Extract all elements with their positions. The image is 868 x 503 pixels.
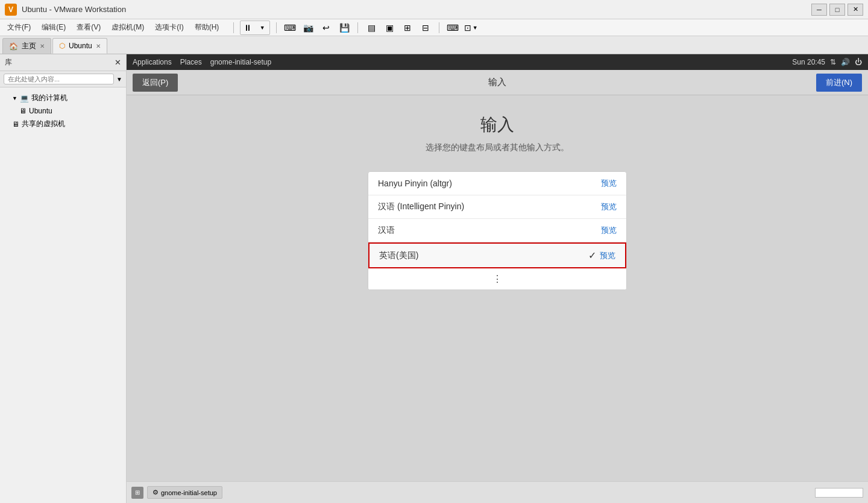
view-dropdown[interactable]: ⊡▼ — [464, 21, 478, 34]
menu-help[interactable]: 帮助(H) — [190, 21, 224, 34]
menu-vm[interactable]: 虚拟机(M) — [107, 21, 149, 34]
list-item-intelligent-pinyin[interactable]: 汉语 (Intelligent Pinyin) 预览 — [368, 195, 626, 219]
tab-ubuntu-label: Ubuntu — [69, 42, 92, 50]
ubuntu-tab-icon: ⬡ — [59, 42, 65, 50]
app-icon: V — [5, 4, 17, 16]
my-computer-label: 我的计算机 — [31, 93, 68, 103]
sidebar-tree: ▼ 💻 我的计算机 🖥 Ubuntu 🖥 共享的虚拟机 — [0, 87, 126, 503]
vm-display-area: Applications Places gnome-initial-setup … — [127, 54, 868, 503]
menu-bar: 文件(F) 编辑(E) 查看(V) 虚拟机(M) 选项卡(I) 帮助(H) ⏸ … — [0, 19, 868, 36]
show-desktop-icon[interactable]: ⊞ — [131, 487, 143, 499]
sidebar-item-ubuntu[interactable]: 🖥 Ubuntu — [0, 105, 126, 117]
taskbar-app-gnome-setup[interactable]: ⚙ gnome-initial-setup — [147, 486, 222, 499]
menu-edit[interactable]: 编辑(E) — [37, 21, 71, 34]
window-title: Ubuntu - VMware Workstation — [22, 5, 126, 14]
taskbar-right-area — [815, 488, 863, 498]
expand-icon: ▼ — [12, 95, 17, 101]
gnome-setup-label: gnome-initial-setup — [161, 489, 217, 496]
more-dots-icon: ⋮ — [492, 274, 502, 284]
input-method-list: Hanyu Pinyin (altgr) 预览 汉语 (Intelligent … — [368, 171, 627, 290]
vm-icon: 🖥 — [19, 107, 27, 115]
sidebar-title: 库 — [5, 57, 12, 68]
pause-button[interactable]: ⏸ — [241, 21, 255, 34]
sidebar-item-my-computer[interactable]: ▼ 💻 我的计算机 — [0, 91, 126, 105]
list-item-hanyu-pinyin-preview[interactable]: 预览 — [601, 178, 617, 189]
ubuntu-label: Ubuntu — [29, 107, 52, 115]
suspend-button[interactable]: 💾 — [337, 21, 351, 34]
title-bar: V Ubuntu - VMware Workstation ─ □ ✕ — [0, 0, 868, 19]
console-button[interactable]: ⌨ — [445, 21, 460, 34]
close-button[interactable]: ✕ — [848, 4, 863, 16]
tab-home[interactable]: 🏠 主页 ✕ — [2, 38, 51, 54]
toolbar-separator-3 — [357, 22, 358, 33]
minimize-button[interactable]: ─ — [811, 4, 827, 16]
menu-view[interactable]: 查看(V) — [72, 21, 105, 34]
fullscreen-right-button[interactable]: ⊞ — [400, 21, 415, 34]
ubuntu-menu-bar: Applications Places gnome-initial-setup — [133, 58, 271, 66]
sidebar-header: 库 ✕ — [0, 54, 126, 71]
maximize-button[interactable]: □ — [829, 4, 845, 16]
tab-ubuntu-close[interactable]: ✕ — [96, 43, 101, 49]
forward-button[interactable]: 前进(N) — [816, 74, 862, 92]
shared-vms-label: 共享的虚拟机 — [22, 119, 65, 129]
list-item-hanyu-preview[interactable]: 预览 — [601, 225, 617, 236]
sidebar-search-input[interactable] — [4, 74, 114, 84]
shared-icon: 🖥 — [12, 120, 19, 128]
list-item-hanyu[interactable]: 汉语 预览 — [368, 219, 626, 242]
toolbar-separator — [233, 22, 234, 33]
toolbar-separator-4 — [439, 22, 439, 33]
vm-main-content: 输入 选择您的键盘布局或者其他输入方式。 Hanyu Pinyin (altgr… — [127, 95, 868, 481]
back-button[interactable]: 返回(P) — [133, 74, 178, 92]
list-more-indicator: ⋮ — [368, 268, 626, 289]
list-item-english-us-label: 英语(美国) — [379, 250, 588, 261]
ubuntu-applications-menu[interactable]: Applications — [133, 58, 172, 66]
windowed-button[interactable]: ▣ — [382, 21, 397, 34]
ubuntu-status-area: Sun 20:45 ⇅ 🔊 ⏻ — [792, 58, 862, 66]
play-controls: ⏸ ▼ — [240, 21, 270, 35]
ubuntu-network-icon: ⇅ — [830, 58, 836, 66]
list-item-english-us-preview[interactable]: 预览 — [600, 250, 615, 261]
ubuntu-top-bar: Applications Places gnome-initial-setup … — [127, 54, 868, 70]
tab-home-close[interactable]: ✕ — [40, 43, 45, 49]
tab-ubuntu[interactable]: ⬡ Ubuntu ✕ — [52, 38, 107, 54]
ubuntu-places-menu[interactable]: Places — [180, 58, 202, 66]
list-item-english-us-check: ✓ — [588, 250, 596, 261]
toolbar: ⏸ ▼ ⌨ 📷 ↩ 💾 ▤ ▣ ⊞ ⊟ ⌨ ⊡▼ — [231, 21, 478, 35]
menu-file[interactable]: 文件(F) — [2, 21, 36, 34]
page-title: 输入 — [488, 77, 506, 88]
window-controls: ─ □ ✕ — [811, 4, 863, 16]
list-item-hanyu-pinyin[interactable]: Hanyu Pinyin (altgr) 预览 — [368, 172, 626, 195]
snapshot-button[interactable]: 📷 — [301, 21, 315, 34]
fullscreen-left-button[interactable]: ▤ — [364, 21, 379, 34]
send-ctrlaltdel-button[interactable]: ⌨ — [283, 21, 297, 34]
home-icon: 🏠 — [9, 42, 18, 51]
sidebar-close-icon[interactable]: ✕ — [115, 58, 121, 67]
computer-icon: 💻 — [20, 94, 29, 103]
toolbar-separator-2 — [276, 22, 277, 33]
search-dropdown-icon[interactable]: ▼ — [116, 76, 122, 83]
ubuntu-gnome-initial-setup-menu[interactable]: gnome-initial-setup — [210, 58, 271, 66]
taskbar-progress-bar — [815, 488, 863, 498]
tab-bar: 🏠 主页 ✕ ⬡ Ubuntu ✕ — [0, 36, 868, 54]
unity-button[interactable]: ⊟ — [418, 21, 433, 34]
ubuntu-clock: Sun 20:45 — [792, 58, 825, 66]
ubuntu-power-icon: ⏻ — [855, 58, 862, 66]
taskbar-apps: ⊞ ⚙ gnome-initial-setup — [131, 486, 222, 499]
list-item-intelligent-pinyin-preview[interactable]: 预览 — [601, 201, 617, 212]
list-item-english-us[interactable]: 英语(美国) ✓ 预览 — [368, 242, 626, 268]
tab-home-label: 主页 — [22, 41, 36, 51]
list-item-hanyu-label: 汉语 — [378, 225, 601, 236]
ubuntu-volume-icon: 🔊 — [841, 58, 850, 66]
input-page-title: 输入 — [480, 113, 514, 136]
list-item-intelligent-pinyin-label: 汉语 (Intelligent Pinyin) — [378, 201, 601, 212]
vm-taskbar: ⊞ ⚙ gnome-initial-setup — [127, 481, 868, 503]
menu-tabs[interactable]: 选项卡(I) — [150, 21, 188, 34]
input-page-subtitle: 选择您的键盘布局或者其他输入方式。 — [426, 142, 569, 153]
sidebar-item-shared-vms[interactable]: 🖥 共享的虚拟机 — [0, 117, 126, 131]
list-item-hanyu-pinyin-label: Hanyu Pinyin (altgr) — [378, 179, 601, 188]
main-layout: 库 ✕ ▼ ▼ 💻 我的计算机 🖥 Ubuntu 🖥 共享的虚拟机 — [0, 54, 868, 503]
revert-button[interactable]: ↩ — [319, 21, 333, 34]
gnome-setup-icon: ⚙ — [153, 489, 159, 496]
sidebar: 库 ✕ ▼ ▼ 💻 我的计算机 🖥 Ubuntu 🖥 共享的虚拟机 — [0, 54, 127, 503]
play-dropdown[interactable]: ▼ — [255, 21, 269, 34]
